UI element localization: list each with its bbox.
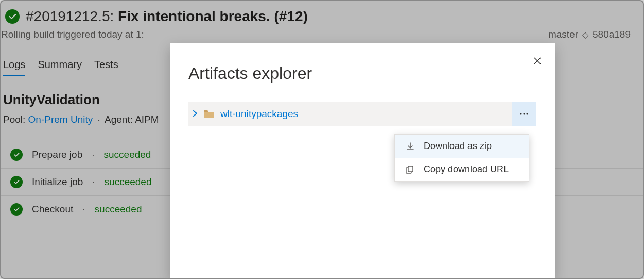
branch-info: master ◇ 580a189 <box>548 29 631 40</box>
separator: · <box>92 176 95 188</box>
svg-point-2 <box>526 113 528 114</box>
tab-summary[interactable]: Summary <box>38 59 82 76</box>
menu-item-copy-url[interactable]: Copy download URL <box>395 158 529 181</box>
step-name: Checkout <box>32 204 73 215</box>
agent-label: Agent: AIPM <box>105 114 159 125</box>
step-name: Initialize job <box>32 176 83 188</box>
svg-point-1 <box>523 113 525 114</box>
commit-hash[interactable]: 580a189 <box>593 29 631 40</box>
folder-icon <box>204 110 214 118</box>
tab-tests[interactable]: Tests <box>94 59 118 76</box>
success-check-icon <box>10 176 23 188</box>
step-status: succeeded <box>105 176 152 188</box>
artifact-name[interactable]: wlt-unitypackages <box>220 108 298 120</box>
artifact-row[interactable]: wlt-unitypackages <box>188 102 536 126</box>
close-icon <box>533 57 542 65</box>
branch-name[interactable]: master <box>548 29 578 40</box>
separator: · <box>82 204 85 215</box>
svg-point-0 <box>520 113 521 114</box>
trigger-info: Rolling build triggered today at 1: <box>1 29 144 40</box>
ellipsis-icon <box>520 113 528 115</box>
separator: · <box>98 114 100 125</box>
step-status: succeeded <box>104 149 151 160</box>
modal-title: Artifacts explorer <box>188 64 536 83</box>
success-check-icon <box>5 9 20 24</box>
download-icon <box>405 141 415 152</box>
pool-label: Pool: <box>3 114 25 125</box>
success-check-icon <box>10 149 23 161</box>
menu-item-download-zip[interactable]: Download as zip <box>395 135 529 158</box>
artifact-context-menu: Download as zip Copy download URL <box>394 134 529 182</box>
menu-item-label: Download as zip <box>424 141 492 152</box>
menu-item-label: Copy download URL <box>424 164 509 175</box>
tab-logs[interactable]: Logs <box>3 59 25 76</box>
more-options-button[interactable] <box>512 102 536 126</box>
page-title: #20191212.5: Fix intentional breaks. (#1… <box>26 8 308 25</box>
build-number: #20191212.5: <box>26 8 114 24</box>
svg-rect-3 <box>408 166 413 172</box>
copy-icon <box>405 165 415 175</box>
commit-icon: ◇ <box>582 30 588 40</box>
chevron-right-icon[interactable] <box>193 110 198 118</box>
step-name: Prepare job <box>32 149 82 160</box>
success-check-icon <box>10 203 23 216</box>
pool-link[interactable]: On-Prem Unity <box>28 114 93 125</box>
build-title-text: Fix intentional breaks. (#12) <box>118 8 308 24</box>
separator: · <box>92 149 94 160</box>
close-button[interactable] <box>529 53 546 69</box>
step-status: succeeded <box>95 204 142 215</box>
